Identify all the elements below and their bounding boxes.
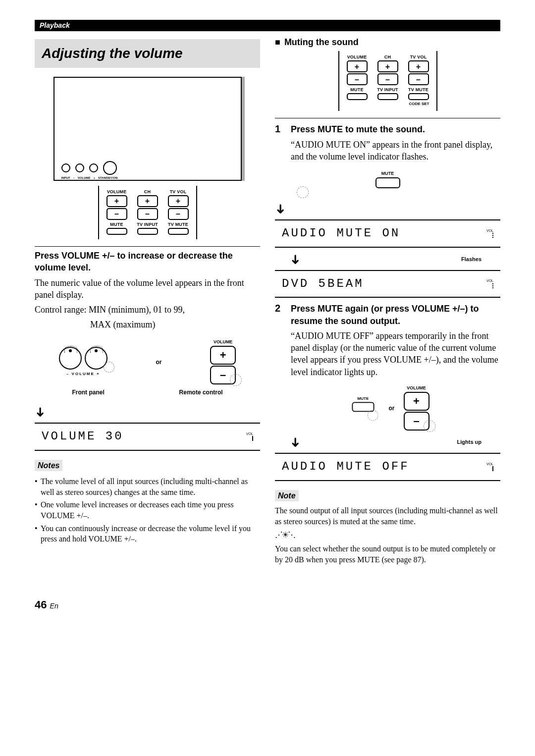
lbl-volp: + [94, 176, 96, 180]
muting-heading-text: Muting the sound [284, 37, 359, 47]
cap-remote: Remote control [179, 388, 223, 396]
knob-vol-plus [89, 163, 98, 172]
cap-front: Front panel [72, 388, 104, 396]
page-number: 46 En [35, 597, 500, 612]
vol-tiny: VOL [486, 229, 493, 232]
page-number-value: 46 [35, 598, 47, 611]
rc-tvvol: TV VOL [405, 54, 432, 60]
instr-bold: Press VOLUME +/– to increase or decrease… [35, 250, 260, 274]
note-body: The sound output of all input sources (i… [275, 505, 500, 527]
step2-bold: Press MUTE again (or press VOLUME +/–) t… [291, 303, 500, 327]
lightsup-label: Lights up [457, 438, 482, 446]
volume-label: VOLUME [210, 339, 236, 345]
lcd-mute-on-text: AUDIO MUTE ON [282, 225, 400, 241]
volpm-label: – VOLUME + [59, 372, 107, 377]
tip-icon: ⋰☀⋱ [275, 530, 500, 540]
lcd-dvd-text: DVD 5BEAM [282, 276, 364, 292]
step1-bold: Press MUTE to mute the sound. [291, 123, 500, 135]
rc-btn-sm [408, 93, 429, 100]
remote-pad-right: VOLUME CH TV VOL + + + – – – MUTE TV INP… [338, 51, 437, 111]
vol-minus-button: – [404, 412, 429, 431]
page-title: Adjusting the volume [35, 39, 260, 68]
vol-indicator-flash: VOL [486, 229, 493, 238]
step2-body: “AUDIO MUTE OFF” appears temporarily in … [291, 330, 500, 378]
rc-vol: VOLUME [343, 54, 371, 60]
dial-icon [59, 347, 82, 370]
rc-l-tvmute: TV MUTE [164, 221, 192, 227]
lcd-mute-on: AUDIO MUTE ON VOL [275, 219, 500, 247]
rc-btn: + [377, 60, 398, 72]
lcd-mute-off: AUDIO MUTE OFF VOL [275, 453, 500, 481]
vol-indicator-flash: VOL [486, 279, 493, 288]
lcd-dvd: DVD 5BEAM VOL [275, 270, 500, 298]
rc-l-ch: CH [134, 189, 161, 195]
rc-btn-sm [377, 93, 398, 100]
rc-btn: – [107, 208, 127, 220]
lbl-volm: – [73, 176, 75, 180]
lcd-mute-off-text: AUDIO MUTE OFF [282, 459, 410, 475]
vol-illustration: – VOLUME + or VOLUME + – [35, 339, 260, 385]
note-item: The volume level of all input sources (i… [35, 476, 260, 497]
volume-label: VOLUME [404, 385, 429, 391]
down-arrow-icon: ➜ [31, 407, 49, 418]
rc-tvinput: TV INPUT [374, 87, 402, 93]
note-heading: Note [275, 490, 299, 502]
range1: Control range: MIN (minimum), 01 to 99, [35, 304, 260, 316]
rc-ch: CH [374, 54, 402, 60]
rc-btn: + [408, 60, 429, 72]
mute-label: MUTE [275, 170, 500, 176]
vol-plus-button: + [404, 392, 429, 411]
mute-label: MUTE [348, 396, 378, 401]
lbl-input: INPUT [61, 176, 70, 180]
knob-standby [103, 161, 117, 175]
rc-l-mute: MUTE [103, 221, 131, 227]
rc-btn: – [408, 73, 429, 85]
down-arrow-icon: ➜ [271, 204, 289, 215]
press-hand-icon [297, 186, 309, 198]
rc-btn: + [168, 195, 189, 207]
lbl-vol: VOLUME [78, 176, 91, 180]
instr-body: The numeric value of the volume level ap… [35, 277, 260, 301]
vol-minus-button: – [210, 366, 236, 384]
device-illustration: INPUT – VOLUME + STANDBY/ON [54, 77, 242, 181]
section-header: Playback [35, 20, 500, 31]
vol-indicator: VOL [246, 432, 253, 441]
rc-btn-sm [347, 93, 368, 100]
note-item: One volume level increases or decreases … [35, 499, 260, 521]
lcd-volume-text: VOLUME 30 [42, 429, 124, 444]
rc-btn-sm [168, 228, 189, 235]
mute-button-icon [375, 177, 400, 188]
vol-indicator-on: VOL [486, 463, 493, 472]
mute-or-vol: MUTE or VOLUME + – [275, 385, 500, 432]
step-2: 2 Press MUTE again (or press VOLUME +/–)… [275, 302, 500, 381]
rc-btn: – [347, 73, 368, 85]
step1-body: “AUDIO MUTE ON” appears in the front pan… [291, 139, 500, 163]
range2: MAX (maximum) [35, 319, 260, 330]
device-knob-labels: INPUT – VOLUME + STANDBY/ON [61, 176, 118, 180]
rc-l-tvvol: TV VOL [164, 189, 192, 195]
front-panel-dials: – VOLUME + [59, 347, 107, 377]
step-number: 2 [275, 302, 286, 381]
down-arrow-icon: ➜ [286, 254, 304, 265]
divider [275, 118, 500, 118]
rc-btn: + [107, 195, 127, 207]
notes-heading: Notes [35, 460, 62, 472]
rc-btn: – [168, 208, 189, 220]
page-columns: Adjusting the volume INPUT – VOLUME + ST… [35, 36, 500, 568]
square-bullet-icon: ■ [275, 37, 280, 47]
or-label: or [389, 404, 395, 412]
left-column: Adjusting the volume INPUT – VOLUME + ST… [35, 36, 260, 568]
section-header-text: Playback [40, 21, 70, 29]
tip-body: You can select whether the sound output … [275, 543, 500, 565]
vol-tiny: VOL [486, 279, 493, 282]
notes-list: The volume level of all input sources (i… [35, 476, 260, 544]
rc-btn: + [137, 195, 158, 207]
page-lang: En [50, 602, 58, 610]
rc-btn-sm [107, 228, 127, 235]
muting-heading: ■Muting the sound [275, 36, 500, 48]
flashes-label: Flashes [461, 256, 482, 263]
lbl-standby: STANDBY/ON [98, 176, 117, 180]
divider [35, 246, 260, 247]
codeset-label: CODE SET [343, 102, 432, 107]
device-knobs [61, 161, 117, 175]
